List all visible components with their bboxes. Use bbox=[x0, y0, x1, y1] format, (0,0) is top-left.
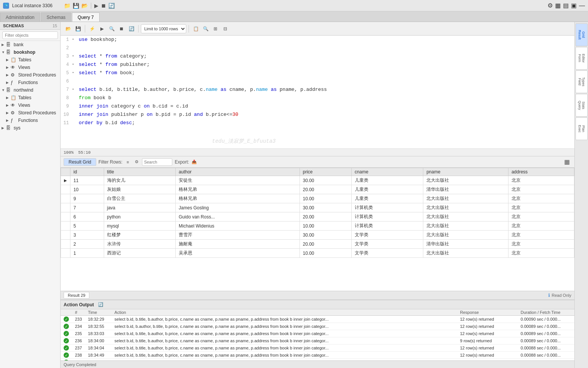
minimize-icon[interactable]: — bbox=[579, 2, 585, 9]
sidebar-filter-input[interactable] bbox=[2, 31, 58, 39]
search-btn[interactable]: 🔍 bbox=[201, 24, 210, 33]
row-arrow bbox=[61, 185, 70, 194]
tab-administration[interactable]: Administration bbox=[0, 12, 40, 22]
grid-btn[interactable]: ⊞ bbox=[211, 24, 220, 33]
col-address-header[interactable]: address bbox=[508, 168, 574, 176]
cell-address: 北京 bbox=[508, 231, 574, 240]
tb-icon1[interactable]: 📁 bbox=[64, 3, 70, 9]
result-29-tab[interactable]: Result 29 bbox=[64, 292, 89, 299]
col-author-header[interactable]: author bbox=[176, 168, 300, 176]
cell-price: 20.00 bbox=[299, 212, 351, 221]
readonly-badge: ℹ Read Only bbox=[548, 293, 571, 298]
exec-plan-panel-btn[interactable]: ExecPlan bbox=[576, 117, 588, 140]
settings-icon[interactable]: ⚙ bbox=[547, 2, 553, 9]
action-time: 18:33:03 bbox=[85, 330, 111, 337]
col-cname-header[interactable]: cname bbox=[351, 168, 423, 176]
chevron-down-icon-2: ▼ bbox=[2, 88, 6, 92]
row-arrow bbox=[61, 240, 70, 249]
cell-cname: 儿童类 bbox=[351, 185, 423, 194]
sidebar-item-stored-procs[interactable]: ▶ ⚙ Stored Procedures bbox=[0, 71, 60, 79]
action-response: 12 row(s) returned bbox=[457, 345, 518, 352]
cell-title: mysql bbox=[104, 221, 176, 231]
cell-cname: 计算机类 bbox=[351, 212, 423, 221]
query-completed-bar: Query Completed bbox=[61, 360, 574, 368]
cell-id: 7 bbox=[70, 203, 104, 212]
misc-btn[interactable]: ⊟ bbox=[221, 24, 230, 33]
result-search-input[interactable] bbox=[142, 158, 172, 166]
sidebar-item-nfuncs[interactable]: ▶ ƒ Functions bbox=[0, 117, 60, 124]
action-duration: 0.00088 sec / 0.000... bbox=[518, 345, 574, 352]
sql-editor[interactable]: tedu_淡寂梦_E_bfuuta3 1 • use bookshop; 2 3… bbox=[61, 36, 574, 156]
stop-btn[interactable]: ⏹ bbox=[117, 24, 126, 33]
sidebar-item-ntables[interactable]: ▶ 📋 Tables bbox=[0, 94, 60, 101]
sidebar-item-tables[interactable]: ▶ 📋 Tables bbox=[0, 56, 60, 64]
table-row: 5 mysql Michael Widenius 10.00 计算机类 北大出版… bbox=[61, 221, 574, 231]
save-file-btn[interactable]: 💾 bbox=[73, 24, 83, 33]
cell-pname: 北大出版社 bbox=[423, 212, 508, 221]
field-types-panel-btn[interactable]: FieldTypes bbox=[576, 70, 588, 93]
col-id-header[interactable]: id bbox=[70, 168, 104, 176]
tb-icon3[interactable]: 📂 bbox=[81, 3, 88, 9]
cell-pname: 北大出版社 bbox=[423, 221, 508, 231]
action-row: ✓ 238 18:34:49 select b.id, b.title, b.a… bbox=[61, 352, 574, 359]
col-price-header[interactable]: price bbox=[299, 168, 351, 176]
split-view-btn[interactable]: ▦ bbox=[562, 157, 571, 167]
col-title-header[interactable]: title bbox=[104, 168, 176, 176]
run-btn[interactable]: ⚡ bbox=[87, 24, 97, 33]
open-file-btn[interactable]: 📂 bbox=[64, 24, 73, 33]
tb-icon5[interactable]: ⏹ bbox=[101, 3, 106, 9]
action-response: 12 row(s) returned bbox=[457, 352, 518, 359]
sidebar-item-bank[interactable]: ▶ 🗄 bank bbox=[0, 41, 60, 48]
sidebar-item-views[interactable]: ▶ 👁 Views bbox=[0, 64, 60, 71]
action-response: 12 row(s) returned bbox=[457, 330, 518, 337]
action-response: 12 row(s) returned bbox=[457, 323, 518, 330]
cell-cname: 儿童类 bbox=[351, 194, 423, 203]
views-icon: 👁 bbox=[11, 65, 17, 70]
sep1 bbox=[85, 25, 85, 33]
cell-pname: 北大出版社 bbox=[423, 194, 508, 203]
cell-author: 格林兄弟 bbox=[176, 194, 300, 203]
sidebar-item-bookshop[interactable]: ▼ 🗄 bookshop bbox=[0, 48, 60, 56]
sidebar-item-northwind[interactable]: ▼ 🗄 northwind bbox=[0, 86, 60, 94]
tab-schemas[interactable]: Schemas bbox=[41, 12, 71, 22]
sidebar-item-functions[interactable]: ▶ ƒ Functions bbox=[0, 79, 60, 86]
action-time: 18:32:55 bbox=[85, 323, 111, 330]
action-header-row: # Time Action Response Duration / Fetch … bbox=[61, 309, 574, 316]
limit-rows-select[interactable]: Limit to 1000 rows bbox=[141, 24, 186, 33]
tb-icon2[interactable]: 💾 bbox=[73, 3, 79, 9]
table-header-row: id title author price cname pname addres… bbox=[61, 168, 574, 176]
format-btn[interactable]: 📋 bbox=[191, 24, 200, 33]
run-selection-btn[interactable]: ▶ bbox=[97, 24, 106, 33]
tab-query7[interactable]: Query 7 bbox=[72, 12, 100, 22]
tb-icon4[interactable]: ▶ bbox=[94, 3, 98, 9]
sidebar-item-nviews[interactable]: ▶ 👁 Views bbox=[0, 101, 60, 109]
col-pname-header[interactable]: pname bbox=[423, 168, 508, 176]
cell-title: java bbox=[104, 203, 176, 212]
export-btn[interactable]: 📤 bbox=[190, 158, 198, 166]
query-stats-panel-btn[interactable]: QueryStats bbox=[576, 94, 588, 117]
action-refresh-btn[interactable]: 🔄 bbox=[97, 301, 104, 309]
cell-cname: 计算机类 bbox=[351, 221, 423, 231]
result-grid-panel-btn[interactable]: ResultGrid bbox=[576, 23, 588, 46]
action-table-wrapper[interactable]: # Time Action Response Duration / Fetch … bbox=[61, 309, 574, 360]
result-grid-tab[interactable]: Result Grid bbox=[64, 158, 96, 166]
explain-btn[interactable]: 🔍 bbox=[107, 24, 116, 33]
form-editor-panel-btn[interactable]: FormEditor bbox=[576, 47, 588, 70]
action-time: 18:34:49 bbox=[85, 352, 111, 359]
filter-btn2[interactable]: ⚙ bbox=[133, 158, 140, 166]
layout-icon3[interactable]: ▣ bbox=[571, 2, 577, 9]
filter-btn1[interactable]: ≡ bbox=[124, 158, 131, 166]
editor-line-5: 5 • select * from book; bbox=[61, 69, 574, 77]
table-row: 2 水浒传 施耐庵 20.00 文学类 清华出版社 北京 bbox=[61, 240, 574, 249]
row-arrow bbox=[61, 194, 70, 203]
tb-icon6[interactable]: 🔄 bbox=[108, 3, 115, 9]
refresh-btn[interactable]: 🔄 bbox=[127, 24, 136, 33]
result-grid-wrapper[interactable]: id title author price cname pname addres… bbox=[61, 168, 574, 291]
layout-icon1[interactable]: ▦ bbox=[555, 2, 561, 9]
sidebar-item-sys[interactable]: ▶ 🗄 sys bbox=[0, 124, 60, 132]
sidebar-item-nprocs[interactable]: ▶ ⚙ Stored Procedures bbox=[0, 109, 60, 117]
layout-icon2[interactable]: ▤ bbox=[563, 2, 569, 9]
status-ok-icon: ✓ bbox=[64, 345, 69, 351]
watermark: tedu_淡寂梦_E_bfuuta3 bbox=[212, 138, 276, 145]
editor-statusbar: 100% 55:10 bbox=[61, 148, 574, 156]
